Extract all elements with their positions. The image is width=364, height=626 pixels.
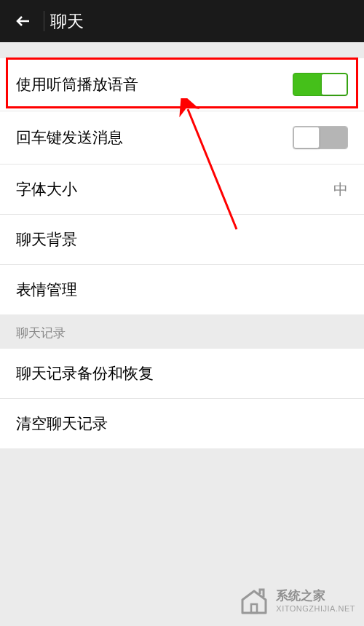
watermark-url: XITONGZHIJIA.NET — [276, 604, 355, 614]
page-title: 聊天 — [50, 10, 84, 33]
row-label: 聊天背景 — [16, 229, 77, 250]
toggle-track — [318, 127, 347, 148]
watermark-logo-icon — [238, 585, 270, 617]
row-label: 回车键发送消息 — [16, 127, 123, 148]
row-font-size[interactable]: 字体大小 中 — [0, 165, 364, 215]
settings-group-chat-history: 聊天记录备份和恢复 清空聊天记录 — [0, 349, 364, 448]
svg-rect-2 — [251, 604, 257, 613]
row-backup-restore[interactable]: 聊天记录备份和恢复 — [0, 349, 364, 399]
row-enter-send[interactable]: 回车键发送消息 — [0, 111, 364, 165]
row-label: 清空聊天记录 — [16, 413, 108, 434]
row-label: 聊天记录备份和恢复 — [16, 363, 154, 384]
back-button[interactable] — [6, 4, 41, 39]
watermark: 系统之家 XITONGZHIJIA.NET — [238, 585, 355, 617]
row-label: 表情管理 — [16, 280, 77, 300]
toggle-earpiece-audio[interactable] — [293, 73, 348, 96]
content-area: 使用听筒播放语音 回车键发送消息 字体大小 中 聊天背景 表情管理 聊天记录 聊… — [0, 42, 364, 448]
row-sticker-management[interactable]: 表情管理 — [0, 265, 364, 314]
watermark-text: 系统之家 XITONGZHIJIA.NET — [276, 589, 355, 614]
row-chat-background[interactable]: 聊天背景 — [0, 215, 364, 265]
toggle-knob — [321, 74, 347, 95]
row-clear-history[interactable]: 清空聊天记录 — [0, 399, 364, 448]
toggle-knob — [293, 127, 320, 148]
settings-group-general: 使用听筒播放语音 回车键发送消息 字体大小 中 聊天背景 表情管理 — [0, 58, 364, 314]
section-header-chat-history: 聊天记录 — [0, 314, 364, 349]
row-earpiece-audio[interactable]: 使用听筒播放语音 — [0, 58, 364, 111]
row-label: 字体大小 — [16, 179, 77, 199]
row-label: 使用听筒播放语音 — [16, 74, 138, 95]
header-bar: 聊天 — [0, 0, 364, 42]
row-value: 中 — [333, 180, 348, 199]
header-divider — [44, 11, 44, 31]
watermark-name: 系统之家 — [276, 589, 355, 603]
toggle-enter-send[interactable] — [293, 126, 348, 149]
back-arrow-icon — [15, 12, 32, 30]
